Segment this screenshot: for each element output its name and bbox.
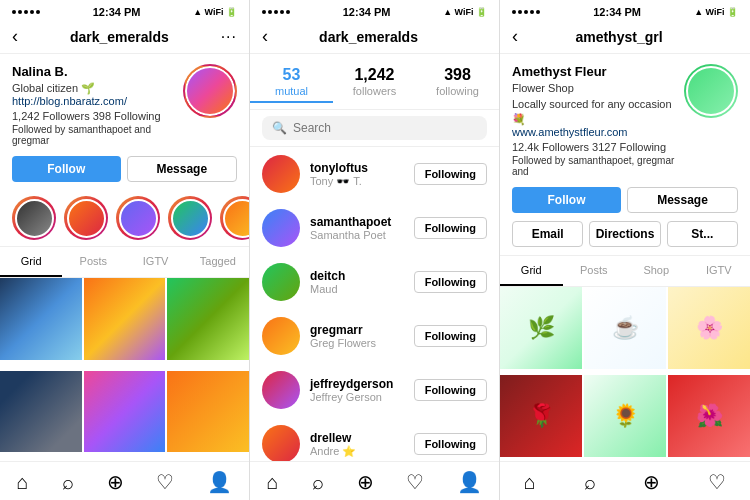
story-3[interactable] [116,196,160,240]
follower-name-2: Samantha Poet [310,229,404,241]
email-button-3[interactable]: Email [512,221,583,247]
followers-label: followers [333,85,416,97]
search-icon-nav-3[interactable]: ⌕ [584,471,596,494]
following-button-1[interactable]: Following [414,163,487,185]
search-input-2[interactable] [293,121,477,135]
back-button-1[interactable]: ‹ [12,26,18,47]
flower-photo-1[interactable]: 🌿 [500,287,582,369]
avatar-follower-2 [262,209,300,247]
following-button-5[interactable]: Following [414,379,487,401]
add-icon-1[interactable]: ⊕ [107,470,124,494]
list-item: drellew Andre ⭐ Following [250,417,499,461]
profile-bio-3a: Flower Shop [512,81,676,95]
stat-following[interactable]: 398 following [416,62,499,103]
avatar-follower-1 [262,155,300,193]
time-2: 12:34 PM [343,6,391,18]
home-icon-2[interactable]: ⌂ [266,471,278,494]
mutual-count: 53 [250,66,333,84]
avatar-1 [183,64,237,118]
avatar-3 [684,64,738,118]
status-icons-3: ▲ WiFi 🔋 [694,7,738,17]
add-icon-2[interactable]: ⊕ [357,470,374,494]
following-button-2[interactable]: Following [414,217,487,239]
following-button-3[interactable]: Following [414,271,487,293]
profile-tabs-3: Grid Posts Shop IGTV [500,255,750,287]
flower-photo-6[interactable]: 🌺 [668,375,750,457]
follow-button-1[interactable]: Follow [12,156,121,182]
list-item: deitch Maud Following [250,255,499,309]
flower-photo-5[interactable]: 🌻 [584,375,666,457]
profile-icon-2[interactable]: 👤 [457,470,482,494]
mutual-label: mutual [250,85,333,97]
profile-icon-1[interactable]: 👤 [207,470,232,494]
heart-icon-1[interactable]: ♡ [156,470,174,494]
action-buttons-1: Follow Message [0,156,249,190]
store-button-3[interactable]: St... [667,221,738,247]
story-4[interactable] [168,196,212,240]
home-icon-3[interactable]: ⌂ [524,471,536,494]
search-bar-2: 🔍 [250,110,499,147]
photo-4[interactable] [0,371,82,453]
profile-info-3: Amethyst Fleur Flower Shop Locally sourc… [500,54,750,187]
profile-link-3[interactable]: www.amethystfleur.com [512,126,676,138]
add-icon-3[interactable]: ⊕ [643,470,660,494]
follower-info-1: tonyloftus Tony 🕶️ T. [310,161,404,188]
photo-2[interactable] [84,278,166,360]
following-button-6[interactable]: Following [414,433,487,455]
back-button-2[interactable]: ‹ [262,26,268,47]
avatar-follower-5 [262,371,300,409]
home-icon-1[interactable]: ⌂ [16,471,28,494]
search-icon-nav-2[interactable]: ⌕ [312,471,324,494]
nav-bar-2: ‹ dark_emeralds [250,22,499,54]
status-bar-3: 12:34 PM ▲ WiFi 🔋 [500,0,750,22]
search-icon-1[interactable]: ⌕ [62,471,74,494]
message-button-3[interactable]: Message [627,187,738,213]
action-buttons-3-row1: Follow Message [500,187,750,221]
follower-name-6: Andre ⭐ [310,445,404,458]
profile-bio-1: Global citizen 🌱 [12,81,175,95]
story-1[interactable] [12,196,56,240]
follower-info-6: drellew Andre ⭐ [310,431,404,458]
stat-mutual[interactable]: 53 mutual [250,62,333,103]
tab-posts-1[interactable]: Posts [62,247,124,277]
tab-igtv-3[interactable]: IGTV [688,256,751,286]
photo-5[interactable] [84,371,166,453]
action-buttons-3-row2: Email Directions St... [500,221,750,255]
heart-icon-3[interactable]: ♡ [708,470,726,494]
photo-1[interactable] [0,278,82,360]
follow-button-3[interactable]: Follow [512,187,621,213]
flower-photo-4[interactable]: 🌹 [500,375,582,457]
status-bar-1: 12:34 PM ▲ WiFi 🔋 [0,0,249,22]
story-2[interactable] [64,196,108,240]
message-button-1[interactable]: Message [127,156,238,182]
time-1: 12:34 PM [93,6,141,18]
tab-igtv-1[interactable]: IGTV [125,247,187,277]
flower-photo-3[interactable]: 🌸 [668,287,750,369]
follower-name-5: Jeffrey Gerson [310,391,404,403]
profile-followed-1: Followed by samanthapoet and gregmar [12,124,175,146]
profile-username-3: amethyst_grl [575,29,662,45]
tab-grid-3[interactable]: Grid [500,256,563,286]
story-5[interactable] [220,196,249,240]
flower-photo-2[interactable]: ☕ [584,287,666,369]
heart-icon-2[interactable]: ♡ [406,470,424,494]
stat-followers[interactable]: 1,242 followers [333,62,416,103]
tab-grid-1[interactable]: Grid [0,247,62,277]
back-button-3[interactable]: ‹ [512,26,518,47]
follower-info-4: gregmarr Greg Flowers [310,323,404,349]
list-item: samanthapoet Samantha Poet Following [250,201,499,255]
profile-link-1[interactable]: http://blog.nbaratz.com/ [12,95,175,107]
tab-shop-3[interactable]: Shop [625,256,688,286]
photo-3[interactable] [167,278,249,360]
follower-handle-6: drellew [310,431,404,445]
following-label: following [416,85,499,97]
following-button-4[interactable]: Following [414,325,487,347]
photo-6[interactable] [167,371,249,453]
avatar-follower-3 [262,263,300,301]
more-options-1[interactable]: ··· [221,28,237,46]
tab-posts-3[interactable]: Posts [563,256,626,286]
followers-stats: 53 mutual 1,242 followers 398 following [250,54,499,110]
follower-name-3: Maud [310,283,404,295]
tab-tagged-1[interactable]: Tagged [187,247,249,277]
directions-button-3[interactable]: Directions [589,221,660,247]
